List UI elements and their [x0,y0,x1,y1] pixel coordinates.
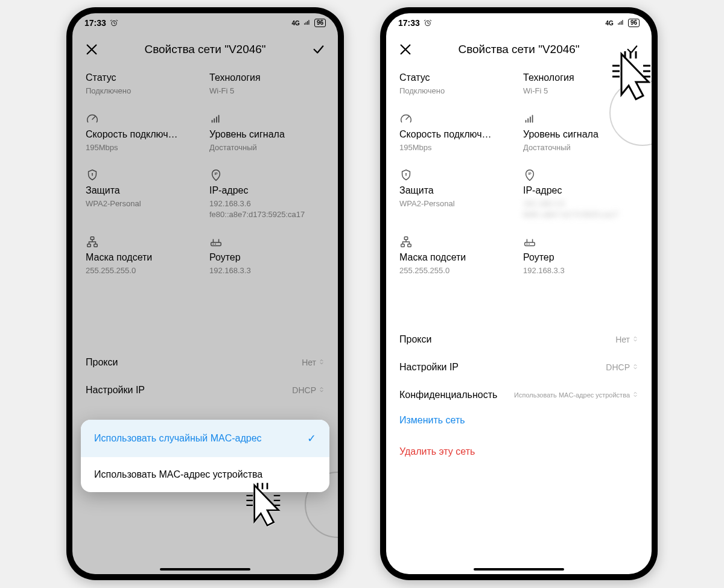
field-status: Статус Подключено [399,69,515,96]
phone-mockup-left: 17:33 4G 96 Свойства сети "V2046" Статус… [66,7,344,580]
status-time: 17:33 [84,18,106,28]
field-technology: Технология Wi-Fi 5 [209,69,325,96]
network-type: 4G [292,20,300,27]
network-details: Статус Подключено Технология Wi-Fi 5 Ско… [386,69,652,463]
header: Свойства сети "V2046" [72,33,338,69]
row-ip-settings[interactable]: Настройки IP DHCP [399,353,638,381]
field-security: Защита WPA2-Personal [86,168,201,220]
field-router: Роутер 192.168.3.3 [523,235,638,276]
router-icon [523,235,536,248]
header: Свойства сети "V2046" [386,33,652,69]
alarm-icon [424,19,432,27]
field-subnet: Маска подсети 255.255.255.0 [399,235,515,276]
network-icon [86,235,99,248]
signal-icon [617,18,625,28]
delete-network-button[interactable]: Удалить эту сеть [399,440,638,463]
close-button[interactable] [397,41,414,58]
router-icon [209,235,223,248]
ip-pin-icon [209,168,223,182]
confirm-button[interactable] [310,41,327,58]
option-device-mac[interactable]: Использовать MAC-адрес устройства [81,457,329,492]
network-type: 4G [606,20,614,27]
signal-bars-icon [209,112,223,125]
status-bar: 17:33 4G 96 [72,13,338,33]
network-icon [399,235,413,248]
speedometer-icon [86,112,99,125]
page-title: Свойства сети "V2046" [144,43,265,56]
option-random-mac[interactable]: Использовать случайный MAC-адрес ✓ [81,420,329,457]
shield-icon [86,168,99,182]
field-speed: Скорость подключ… 195Mbps [399,112,515,153]
page-title: Свойства сети "V2046" [458,43,579,56]
field-status: Статус Подключено [86,69,201,96]
signal-icon [303,18,311,28]
close-button[interactable] [83,41,100,58]
chevron-updown-icon [632,335,638,344]
field-security: Защита WPA2-Personal [399,168,515,220]
signal-bars-icon [523,112,536,125]
screen-left: 17:33 4G 96 Свойства сети "V2046" Статус… [72,13,338,574]
chevron-updown-icon [319,358,325,367]
speedometer-icon [399,112,413,125]
home-indicator[interactable] [386,568,652,571]
chevron-updown-icon [319,386,325,394]
field-router: Роутер 192.168.3.3 [209,235,325,276]
shield-icon [399,168,413,182]
battery-indicator: 96 [314,19,326,27]
confirm-button[interactable] [624,41,641,58]
field-ip: IP-адрес 192.168.3.6 fe80::a8e7:d173:592… [523,168,638,220]
edit-network-button[interactable]: Изменить сеть [399,409,638,432]
row-privacy[interactable]: Конфиденциальность Использовать MAC-адре… [399,381,638,409]
home-indicator[interactable] [72,568,338,571]
ip-pin-icon [523,168,536,182]
alarm-icon [110,19,118,27]
status-bar: 17:33 4G 96 [386,13,652,33]
screen-right: 17:33 4G 96 Свойства сети "V2046" Статус… [386,13,652,574]
check-icon: ✓ [307,432,316,445]
field-subnet: Маска подсети 255.255.255.0 [86,235,201,276]
chevron-updown-icon [632,363,638,371]
field-ip: IP-адрес 192.168.3.6 fe80::a8e7:d173:592… [209,168,325,220]
row-proxy[interactable]: Прокси Нет [86,349,325,376]
battery-indicator: 96 [628,19,640,27]
phone-mockup-right: 17:33 4G 96 Свойства сети "V2046" Статус… [380,7,658,580]
row-ip-settings[interactable]: Настройки IP DHCP [86,376,325,404]
field-speed: Скорость подключ… 195Mbps [86,112,201,153]
row-proxy[interactable]: Прокси Нет [399,326,638,353]
mac-address-popup: Использовать случайный MAC-адрес ✓ Испол… [81,420,329,492]
status-time: 17:33 [398,18,420,28]
chevron-updown-icon [632,391,638,399]
field-signal: Уровень сигнала Достаточный [209,112,325,153]
